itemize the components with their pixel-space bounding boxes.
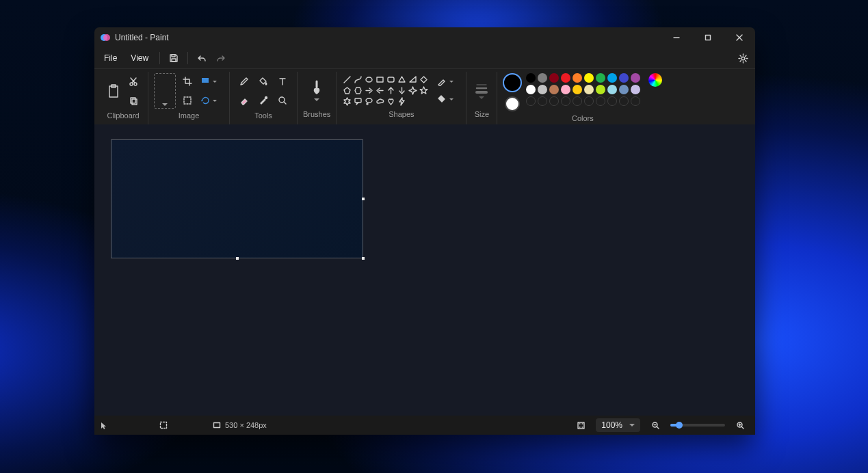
shape-4star-icon[interactable]: [408, 85, 418, 96]
resize-handle-corner[interactable]: [362, 257, 365, 260]
palette-swatch-empty[interactable]: [549, 96, 559, 106]
shape-arrow-down-icon[interactable]: [397, 85, 407, 96]
palette-swatch[interactable]: [619, 73, 629, 83]
shape-arrow-left-icon[interactable]: [375, 85, 385, 96]
zoom-in-button[interactable]: [731, 416, 750, 434]
shape-triangle-icon[interactable]: [408, 75, 418, 85]
shape-pentagon-icon[interactable]: [342, 85, 352, 96]
resize-handle-right[interactable]: [362, 198, 365, 200]
palette-swatch[interactable]: [526, 85, 536, 94]
svg-point-21: [366, 77, 372, 82]
undo-button[interactable]: [192, 49, 211, 67]
palette-swatch[interactable]: [573, 85, 582, 94]
palette-swatch-empty[interactable]: [538, 96, 547, 106]
zoom-slider-thumb[interactable]: [676, 422, 683, 429]
brushes-button[interactable]: [307, 73, 326, 107]
palette-swatch[interactable]: [538, 73, 547, 83]
title-bar: Untitled - Paint: [94, 27, 755, 48]
palette-swatch[interactable]: [631, 73, 640, 83]
palette-swatch-empty[interactable]: [607, 96, 617, 106]
shape-6star-icon[interactable]: [342, 96, 352, 107]
shape-outline-button[interactable]: [434, 73, 460, 90]
select-button[interactable]: [154, 73, 176, 109]
shape-oval-callout-icon[interactable]: [364, 96, 374, 107]
shape-line-icon[interactable]: [342, 75, 352, 85]
cut-button[interactable]: [124, 73, 142, 90]
maximize-button[interactable]: [692, 27, 724, 48]
palette-swatch[interactable]: [596, 85, 605, 94]
shape-hexagon-icon[interactable]: [353, 85, 363, 96]
palette-swatch[interactable]: [573, 73, 582, 83]
zoom-value-box[interactable]: 100%: [596, 418, 640, 432]
palette-swatch-empty[interactable]: [631, 96, 640, 106]
rotate-button[interactable]: [198, 92, 224, 109]
separator: [159, 52, 160, 64]
palette-swatch[interactable]: [549, 73, 559, 83]
shape-arrow-up-icon[interactable]: [386, 85, 396, 96]
fit-to-window-button[interactable]: [571, 416, 590, 434]
shape-lightning-icon[interactable]: [397, 96, 407, 107]
palette-swatch-empty[interactable]: [596, 96, 605, 106]
text-tool[interactable]: [274, 73, 291, 90]
resize-handle-bottom[interactable]: [236, 257, 239, 260]
zoom-slider[interactable]: [670, 424, 725, 427]
fill-tool[interactable]: [254, 73, 272, 90]
shape-polygon-icon[interactable]: [397, 75, 407, 85]
eraser-tool[interactable]: [235, 92, 253, 109]
copy-button[interactable]: [124, 92, 142, 109]
palette-swatch[interactable]: [596, 73, 605, 83]
palette-swatch-empty[interactable]: [561, 96, 570, 106]
settings-button[interactable]: [733, 49, 752, 67]
shape-arrow-right-icon[interactable]: [364, 85, 374, 96]
shape-callout-icon[interactable]: [353, 96, 363, 107]
color-palette: [526, 73, 640, 106]
shape-oval-icon[interactable]: [364, 75, 374, 85]
palette-swatch[interactable]: [584, 73, 594, 83]
palette-swatch[interactable]: [561, 85, 570, 94]
size-button[interactable]: [472, 73, 491, 107]
shape-roundrect-icon[interactable]: [386, 75, 396, 85]
canvas-area[interactable]: [94, 124, 755, 416]
shape-rect-icon[interactable]: [375, 75, 385, 85]
color-1-swatch[interactable]: [503, 73, 522, 92]
palette-swatch-empty[interactable]: [584, 96, 594, 106]
palette-swatch[interactable]: [619, 85, 629, 94]
palette-swatch[interactable]: [538, 85, 547, 94]
palette-swatch[interactable]: [607, 73, 617, 83]
palette-swatch[interactable]: [561, 73, 570, 83]
menu-view[interactable]: View: [124, 50, 155, 66]
edit-colors-button[interactable]: [648, 73, 662, 87]
palette-swatch[interactable]: [549, 85, 559, 94]
close-button[interactable]: [724, 27, 755, 48]
minimize-button[interactable]: [661, 27, 692, 48]
palette-swatch-empty[interactable]: [573, 96, 582, 106]
menu-file[interactable]: File: [97, 50, 124, 66]
palette-swatch[interactable]: [584, 85, 594, 94]
paste-button[interactable]: [104, 74, 123, 108]
palette-swatch[interactable]: [607, 85, 617, 94]
redo-button[interactable]: [211, 49, 231, 67]
palette-swatch-empty[interactable]: [526, 96, 536, 106]
canvas[interactable]: [111, 139, 363, 258]
svg-line-43: [741, 427, 744, 429]
image-label: Image: [179, 111, 200, 120]
palette-swatch-empty[interactable]: [619, 96, 629, 106]
color-2-swatch[interactable]: [505, 96, 520, 111]
shape-star-icon[interactable]: [419, 85, 429, 96]
save-button[interactable]: [164, 49, 183, 67]
magnifier-tool[interactable]: [274, 92, 291, 109]
pencil-tool[interactable]: [235, 73, 253, 90]
shape-fill-button[interactable]: [434, 91, 460, 107]
shape-diamond-icon[interactable]: [419, 75, 429, 85]
palette-swatch[interactable]: [526, 73, 536, 83]
shapes-gallery[interactable]: [342, 75, 429, 107]
shape-heart-icon[interactable]: [386, 96, 396, 107]
resize-button[interactable]: [198, 73, 224, 90]
shape-curve-icon[interactable]: [353, 75, 363, 85]
zoom-out-button[interactable]: [646, 416, 665, 434]
selection-shape-button[interactable]: [179, 92, 196, 109]
crop-button[interactable]: [179, 73, 196, 90]
color-picker-tool[interactable]: [254, 92, 272, 109]
shape-cloud-icon[interactable]: [375, 96, 385, 107]
palette-swatch[interactable]: [631, 85, 640, 94]
